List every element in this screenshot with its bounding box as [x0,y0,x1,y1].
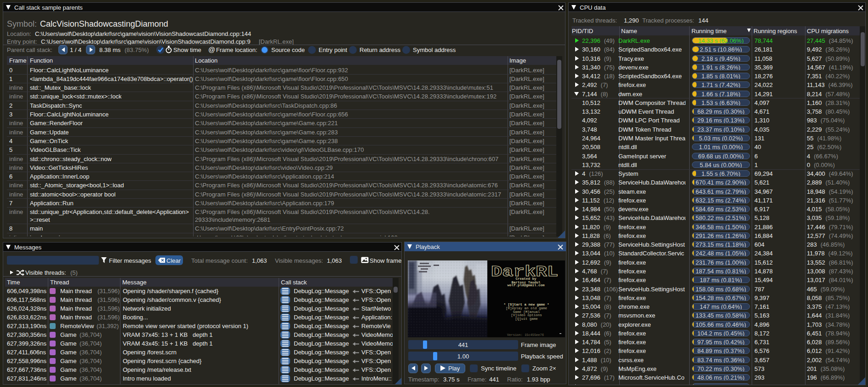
svg-text:wolf.pld@gmail.com: wolf.pld@gmail.com [507,283,545,287]
svg-text:Version: 15c455ee76: Version: 15c455ee76 [507,333,544,337]
svg-text:* [S]tart a new game *: * [S]tart a new game * [503,303,549,306]
svg-text:Created by: Created by [515,277,537,281]
svg-text:[Q]uit game: [Q]uit game [515,317,538,321]
